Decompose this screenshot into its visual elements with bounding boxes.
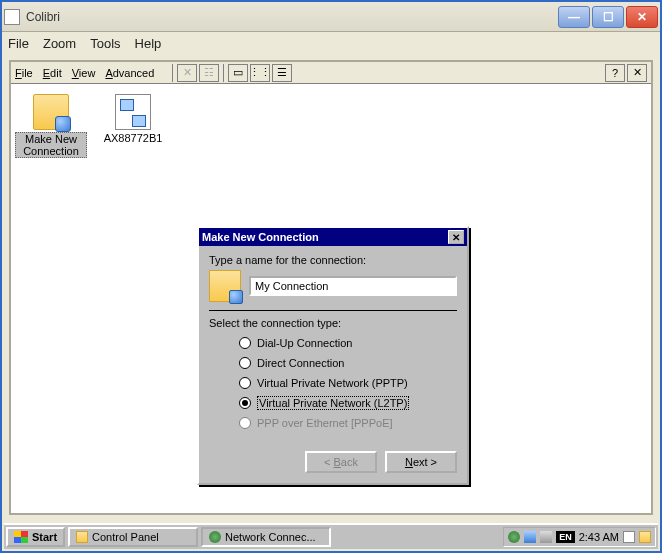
icon-network-device[interactable]: AX88772B1 [97, 88, 169, 144]
tb-details-icon[interactable]: ☰ [272, 64, 292, 82]
task-network-connections[interactable]: Network Connec... [201, 527, 331, 547]
radio-vpn-pptp[interactable]: Virtual Private Network (PPTP) [239, 373, 457, 393]
tray-lan-icon[interactable] [524, 531, 536, 543]
inner-menubar: File Edit View Advanced ✕ ☷ ▭ ⋮⋮ ☰ ? ✕ [11, 62, 651, 84]
menu-help[interactable]: Help [135, 36, 162, 51]
start-button[interactable]: Start [6, 527, 65, 547]
inner-menu-view[interactable]: View [72, 67, 96, 79]
back-button: < Back [305, 451, 377, 473]
radio-icon [239, 397, 251, 409]
tray-clock: 2:43 AM [579, 531, 619, 543]
app-title: Colibri [26, 10, 556, 24]
inner-menu-edit[interactable]: Edit [43, 67, 62, 79]
type-prompt-label: Select the connection type: [209, 317, 457, 329]
dialog-close-button[interactable]: ✕ [448, 230, 464, 244]
task-label: Network Connec... [225, 531, 315, 543]
tray-volume-icon[interactable] [540, 531, 552, 543]
radio-icon [239, 357, 251, 369]
task-control-panel[interactable]: Control Panel [68, 527, 198, 547]
menu-tools[interactable]: Tools [90, 36, 120, 51]
tray-desktop-icon[interactable] [639, 531, 651, 543]
folder-icon [76, 531, 88, 543]
make-new-connection-dialog: Make New Connection ✕ Type a name for th… [197, 226, 469, 485]
connection-type-group: Dial-Up Connection Direct Connection Vir… [209, 333, 457, 433]
divider [209, 310, 457, 311]
start-flag-icon [14, 531, 28, 543]
maximize-button[interactable]: ☐ [592, 6, 624, 28]
taskbar: Start Control Panel Network Connec... EN… [4, 523, 658, 549]
menu-zoom[interactable]: Zoom [43, 36, 76, 51]
app-icon [4, 9, 20, 25]
next-button[interactable]: Next > [385, 451, 457, 473]
content-area: Make New Connection AX88772B1 Make New C… [11, 84, 651, 513]
radio-dialup[interactable]: Dial-Up Connection [239, 333, 457, 353]
connection-icon [209, 270, 241, 302]
inner-window: File Edit View Advanced ✕ ☷ ▭ ⋮⋮ ☰ ? ✕ M… [9, 60, 653, 515]
inner-menu-advanced[interactable]: Advanced [105, 67, 154, 79]
dialog-title: Make New Connection [202, 231, 448, 243]
tray-input-icon[interactable] [623, 531, 635, 543]
start-label: Start [32, 531, 57, 543]
help-button[interactable]: ? [605, 64, 625, 82]
radio-icon [239, 377, 251, 389]
icon-make-new-connection[interactable]: Make New Connection [15, 88, 87, 158]
system-tray: EN 2:43 AM [503, 527, 656, 547]
radio-vpn-l2tp[interactable]: Virtual Private Network (L2TP) [239, 393, 457, 413]
close-button[interactable]: ✕ [626, 6, 658, 28]
name-prompt-label: Type a name for the connection: [209, 254, 457, 266]
toolbar-sep [172, 64, 173, 82]
connection-wizard-icon [33, 94, 69, 130]
network-adapter-icon [115, 94, 151, 130]
toolbar: ✕ ☷ ▭ ⋮⋮ ☰ [170, 64, 292, 82]
connection-name-input[interactable] [249, 276, 457, 296]
task-label: Control Panel [92, 531, 159, 543]
radio-icon [239, 417, 251, 429]
inner-close-button[interactable]: ✕ [627, 64, 647, 82]
radio-icon [239, 337, 251, 349]
tb-delete-icon: ✕ [177, 64, 197, 82]
minimize-button[interactable]: — [558, 6, 590, 28]
tray-network-icon[interactable] [508, 531, 520, 543]
radio-pppoe: PPP over Ethernet [PPPoE] [239, 413, 457, 433]
tray-language[interactable]: EN [556, 531, 575, 543]
menu-file[interactable]: File [8, 36, 29, 51]
tb-small-icons-icon[interactable]: ⋮⋮ [250, 64, 270, 82]
outer-menubar: File Zoom Tools Help [2, 32, 660, 54]
tb-properties-icon: ☷ [199, 64, 219, 82]
inner-menu-file[interactable]: File [15, 67, 33, 79]
globe-icon [209, 531, 221, 543]
icon-label: AX88772B1 [97, 132, 169, 144]
radio-direct[interactable]: Direct Connection [239, 353, 457, 373]
tb-large-icons-icon[interactable]: ▭ [228, 64, 248, 82]
icon-label: Make New Connection [15, 132, 87, 158]
dialog-titlebar[interactable]: Make New Connection ✕ [199, 228, 467, 246]
toolbar-sep [223, 64, 224, 82]
outer-titlebar: Colibri — ☐ ✕ [2, 2, 660, 32]
